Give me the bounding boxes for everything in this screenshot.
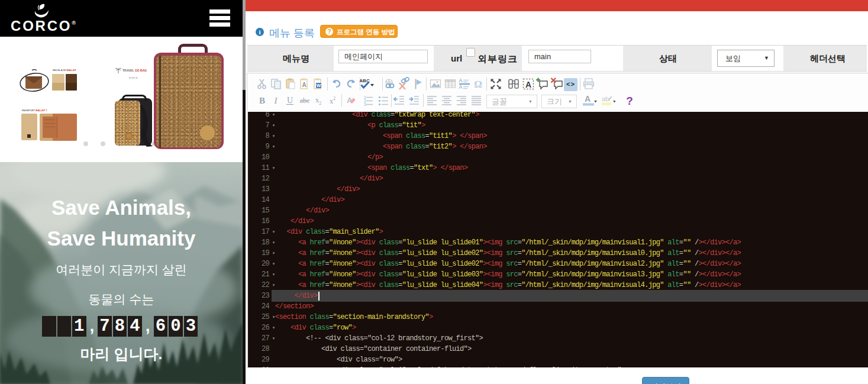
svg-text:A: A (302, 82, 306, 88)
svg-text:Ω: Ω (474, 79, 482, 90)
svg-text:ab: ab (602, 95, 609, 102)
svg-text:A: A (525, 80, 531, 89)
svg-text:U: U (287, 96, 293, 105)
svg-text:?: ? (626, 95, 633, 107)
svg-text:2: 2 (333, 96, 335, 101)
svg-text:2: 2 (319, 101, 321, 106)
svg-text:A: A (459, 84, 462, 90)
svg-text:A: A (585, 94, 591, 104)
svg-text:A: A (459, 78, 462, 83)
svg-text:3: 3 (364, 102, 366, 107)
svg-text:W: W (317, 83, 321, 88)
svg-text:B: B (259, 96, 265, 105)
svg-text:I: I (274, 96, 278, 105)
